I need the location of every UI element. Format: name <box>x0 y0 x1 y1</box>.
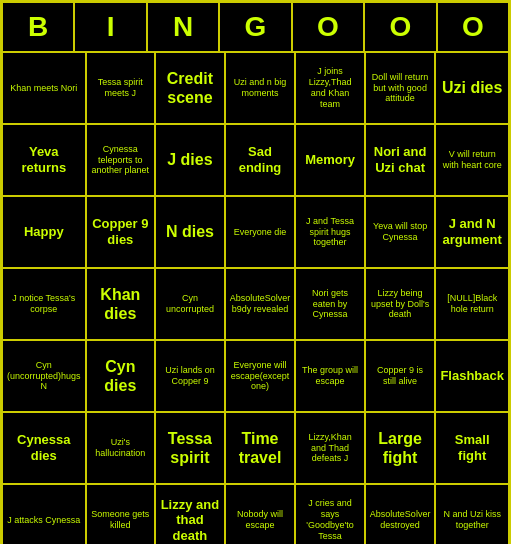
bingo-cell[interactable]: Large fight <box>365 412 436 484</box>
cell-text: Lizzy being upset by Doll's death <box>370 288 431 320</box>
bingo-cell[interactable]: Everyone will escape(except one) <box>225 340 296 412</box>
cell-text: Time travel <box>230 429 291 467</box>
cell-text: Cynessa teleports to another planet <box>91 144 151 176</box>
bingo-cell[interactable]: Time travel <box>225 412 296 484</box>
bingo-cell[interactable]: J notice Tessa's corpse <box>2 268 86 340</box>
bingo-cell[interactable]: Someone gets killed <box>86 484 156 544</box>
bingo-cell[interactable]: N dies <box>155 196 225 268</box>
cell-text: Nobody will escape <box>230 509 291 531</box>
bingo-cell[interactable]: Small fight <box>435 412 509 484</box>
bingo-cell[interactable]: V will return with heart core <box>435 124 509 196</box>
header-letter: N <box>147 2 219 52</box>
bingo-cell[interactable]: Everyone die <box>225 196 296 268</box>
bingo-cell[interactable]: Lizzy being upset by Doll's death <box>365 268 436 340</box>
bingo-cell[interactable]: Cynessa dies <box>2 412 86 484</box>
bingo-cell[interactable]: Uzi and n big moments <box>225 52 296 124</box>
bingo-cell[interactable]: Uzi dies <box>435 52 509 124</box>
bingo-cell[interactable]: Memory <box>295 124 365 196</box>
cell-text: Uzi dies <box>442 78 502 97</box>
cell-text: N and Uzi kiss together <box>440 509 504 531</box>
bingo-cell[interactable]: Cynessa teleports to another planet <box>86 124 156 196</box>
cell-text: Nori gets eaten by Cynessa <box>300 288 360 320</box>
cell-text: N dies <box>166 222 214 241</box>
bingo-cell[interactable]: Khan meets Nori <box>2 52 86 124</box>
bingo-cell[interactable]: J dies <box>155 124 225 196</box>
bingo-cell[interactable]: Sad ending <box>225 124 296 196</box>
cell-text: J joins Lizzy,Thad and Khan team <box>300 66 360 109</box>
cell-text: Uzi lands on Copper 9 <box>160 365 220 387</box>
cell-text: Doll will return but with good attitude <box>370 72 431 104</box>
bingo-cell[interactable]: Nobody will escape <box>225 484 296 544</box>
cell-text: Nori and Uzi chat <box>370 144 431 175</box>
bingo-cell[interactable]: Cyn (uncorrupted)hugs N <box>2 340 86 412</box>
header-letter: O <box>437 2 509 52</box>
cell-text: Credit scene <box>160 69 220 107</box>
cell-text: Lizzy,Khan and Thad defeats J <box>300 432 360 464</box>
bingo-cell[interactable]: J joins Lizzy,Thad and Khan team <box>295 52 365 124</box>
cell-text: Copper 9 dies <box>91 216 151 247</box>
bingo-cell[interactable]: J cries and says 'Goodbye'to Tessa <box>295 484 365 544</box>
header-letter: B <box>2 2 74 52</box>
bingo-cell[interactable]: N and Uzi kiss together <box>435 484 509 544</box>
cell-text: Uzi's hallucination <box>91 437 151 459</box>
bingo-cell[interactable]: Uzi lands on Copper 9 <box>155 340 225 412</box>
cell-text: J cries and says 'Goodbye'to Tessa <box>300 498 360 541</box>
bingo-cell[interactable]: The group will escape <box>295 340 365 412</box>
bingo-cell[interactable]: AbsoluteSolver b9dy revealed <box>225 268 296 340</box>
bingo-cell[interactable]: Uzi's hallucination <box>86 412 156 484</box>
cell-text: J attacks Cynessa <box>7 515 80 526</box>
cell-text: Small fight <box>440 432 504 463</box>
bingo-cell[interactable]: Happy <box>2 196 86 268</box>
bingo-cell[interactable]: Cyn dies <box>86 340 156 412</box>
cell-text: Tessa spirit <box>160 429 220 467</box>
cell-text: Lizzy and thad death <box>160 497 220 544</box>
cell-text: The group will escape <box>300 365 360 387</box>
cell-text: Khan meets Nori <box>10 83 77 94</box>
cell-text: Khan dies <box>91 285 151 323</box>
cell-text: Uzi and n big moments <box>230 77 291 99</box>
cell-text: J dies <box>167 150 212 169</box>
bingo-cell[interactable]: Tessa spirit <box>155 412 225 484</box>
bingo-cell[interactable]: Doll will return but with good attitude <box>365 52 436 124</box>
bingo-cell[interactable]: Copper 9 is still alive <box>365 340 436 412</box>
cell-text: Memory <box>305 152 355 168</box>
bingo-cell[interactable]: Nori and Uzi chat <box>365 124 436 196</box>
cell-text: J notice Tessa's corpse <box>7 293 81 315</box>
bingo-cell[interactable]: Cyn uncorrupted <box>155 268 225 340</box>
bingo-cell[interactable]: J and N argument <box>435 196 509 268</box>
cell-text: J and Tessa spirit hugs together <box>300 216 360 248</box>
bingo-cell[interactable]: Credit scene <box>155 52 225 124</box>
bingo-header: BINGOOO <box>2 2 509 52</box>
bingo-grid: Khan meets NoriTessa spirit meets JCredi… <box>2 52 509 544</box>
cell-text: Cyn uncorrupted <box>160 293 220 315</box>
bingo-cell[interactable]: [NULL]Black hole return <box>435 268 509 340</box>
cell-text: Everyone will escape(except one) <box>230 360 291 392</box>
bingo-cell[interactable]: Tessa spirit meets J <box>86 52 156 124</box>
cell-text: Tessa spirit meets J <box>91 77 151 99</box>
bingo-cell[interactable]: Flashback <box>435 340 509 412</box>
cell-text: Yeva will stop Cynessa <box>370 221 431 243</box>
bingo-cell[interactable]: J and Tessa spirit hugs together <box>295 196 365 268</box>
bingo-cell[interactable]: Lizzy,Khan and Thad defeats J <box>295 412 365 484</box>
bingo-card: BINGOOO Khan meets NoriTessa spirit meet… <box>0 0 511 544</box>
bingo-cell[interactable]: J attacks Cynessa <box>2 484 86 544</box>
cell-text: Sad ending <box>230 144 291 175</box>
bingo-cell[interactable]: Yeva returns <box>2 124 86 196</box>
header-letter: G <box>219 2 291 52</box>
cell-text: Someone gets killed <box>91 509 151 531</box>
cell-text: Cyn (uncorrupted)hugs N <box>7 360 81 392</box>
bingo-cell[interactable]: Nori gets eaten by Cynessa <box>295 268 365 340</box>
header-letter: O <box>292 2 364 52</box>
cell-text: AbsoluteSolver b9dy revealed <box>230 293 291 315</box>
bingo-cell[interactable]: Lizzy and thad death <box>155 484 225 544</box>
bingo-cell[interactable]: AbsoluteSolver destroyed <box>365 484 436 544</box>
cell-text: Flashback <box>440 368 504 384</box>
cell-text: Happy <box>24 224 64 240</box>
bingo-cell[interactable]: Copper 9 dies <box>86 196 156 268</box>
cell-text: J and N argument <box>440 216 504 247</box>
cell-text: Cyn dies <box>91 357 151 395</box>
bingo-cell[interactable]: Yeva will stop Cynessa <box>365 196 436 268</box>
bingo-cell[interactable]: Khan dies <box>86 268 156 340</box>
cell-text: V will return with heart core <box>440 149 504 171</box>
cell-text: Large fight <box>370 429 431 467</box>
